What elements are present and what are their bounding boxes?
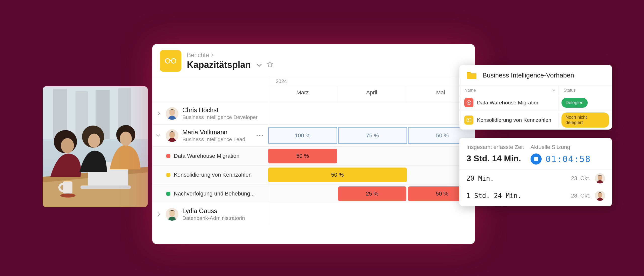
status-badge: Noch nicht delegiert	[561, 112, 609, 128]
task-color-chip	[166, 154, 170, 158]
column-header-name[interactable]: Name	[459, 86, 558, 95]
entry-date: 28. Okt.	[571, 192, 590, 199]
task-name[interactable]: Nachverfolgung und Behebung...	[174, 190, 255, 197]
month-header: April	[337, 86, 406, 102]
dashboard-icon	[464, 98, 473, 107]
task-row: Data Warehouse Migration 50 %	[152, 146, 475, 165]
stop-icon	[534, 157, 538, 161]
avatar	[595, 191, 605, 201]
chevron-right-icon	[156, 111, 160, 115]
table-row[interactable]: Konsolidierung von Kennzahlen Noch nicht…	[459, 110, 612, 130]
svg-point-31	[598, 175, 602, 180]
svg-point-29	[468, 119, 469, 120]
svg-point-12	[60, 193, 75, 198]
entry-duration: 20 Min.	[466, 175, 567, 182]
bi-card-title: Business Intelligence-Vorhaben	[482, 71, 574, 79]
task-bar[interactable]: 50 %	[268, 168, 407, 182]
avatar	[166, 208, 178, 221]
allocation-block[interactable]: 100 %	[268, 127, 337, 144]
chevron-down-icon	[257, 62, 262, 67]
person-name: Maria Volkmann	[182, 129, 251, 136]
expand-toggle[interactable]	[154, 110, 162, 117]
avatar	[166, 107, 178, 120]
svg-point-22	[169, 109, 175, 116]
person-card-icon	[464, 115, 473, 125]
svg-point-20	[171, 59, 176, 63]
session-label: Aktuelle Sitzung	[531, 144, 591, 150]
task-name[interactable]: Konsolidierung von Kennzahlen	[174, 172, 252, 178]
svg-point-26	[169, 210, 175, 217]
capacity-plan-card: Berichte Kapazitätsplan 2024 MärzAprilMa…	[152, 44, 475, 244]
avatar	[166, 129, 178, 142]
entry-date: 23. Okt.	[571, 175, 590, 182]
expand-toggle[interactable]	[154, 211, 162, 218]
table-row[interactable]: Data Warehouse Migration Delegiert	[459, 95, 612, 110]
allocation-track	[268, 102, 475, 124]
svg-point-24	[169, 132, 175, 138]
status-badge: Delegiert	[561, 98, 588, 108]
time-tracking-card: Insgesamt erfasste Zeit 3 Std. 14 Min. A…	[459, 138, 612, 206]
task-bar[interactable]: 50 %	[268, 149, 337, 163]
allocation-track: 100 %75 %50 %	[268, 125, 475, 146]
task-bar[interactable]: 25 %	[338, 186, 406, 201]
svg-point-14	[61, 138, 74, 153]
expand-toggle[interactable]	[154, 132, 162, 139]
person-name: Chris Höchst	[182, 106, 264, 114]
initiative-name: Data Warehouse Migration	[477, 100, 540, 106]
chevron-right-icon	[156, 212, 160, 216]
svg-point-19	[165, 59, 170, 63]
time-entry[interactable]: 1 Std. 24 Min. 28. Okt.	[459, 187, 612, 204]
svg-point-18	[120, 132, 132, 146]
avatar	[595, 173, 605, 183]
plan-glasses-icon	[160, 50, 181, 72]
stop-timer-button[interactable]	[531, 153, 542, 165]
allocation-block[interactable]: 75 %	[338, 127, 407, 144]
chevron-down-icon	[552, 88, 555, 91]
month-header: März	[268, 86, 337, 102]
task-color-chip	[166, 173, 170, 177]
bi-initiatives-card: Business Intelligence-Vorhaben Name Stat…	[459, 65, 612, 130]
svg-point-16	[88, 134, 100, 148]
page-title: Kapazitätsplan	[187, 60, 251, 70]
hero-photo	[43, 86, 148, 207]
allocation-track	[268, 203, 475, 225]
title-dropdown[interactable]	[255, 61, 262, 69]
folder-icon	[465, 69, 478, 82]
person-role: Business Intelligence Lead	[182, 136, 251, 142]
session-time-value: 01:04:58	[546, 154, 591, 164]
total-time-label: Insgesamt erfasste Zeit	[466, 144, 524, 150]
person-role: Business Intelligence Developer	[182, 114, 264, 120]
breadcrumb-label: Berichte	[187, 52, 209, 59]
entry-duration: 1 Std. 24 Min.	[466, 192, 567, 200]
chevron-right-icon	[210, 53, 214, 57]
favorite-button[interactable]	[266, 61, 273, 69]
time-entry[interactable]: 20 Min. 23. Okt.	[459, 170, 612, 187]
more-menu[interactable]	[255, 133, 264, 138]
initiative-name: Konsolidierung von Kennzahlen	[477, 117, 551, 123]
person-row: Maria Volkmann Business Intelligence Lea…	[152, 124, 475, 146]
task-row: Nachverfolgung und Behebung... 25 %50 %	[152, 184, 475, 203]
timeline-year: 2024	[268, 77, 475, 86]
person-role: Datenbank-Administratorin	[182, 215, 264, 221]
total-time-value: 3 Std. 14 Min.	[466, 153, 524, 163]
svg-rect-9	[80, 185, 131, 189]
svg-point-33	[598, 192, 602, 198]
task-row: Konsolidierung von Kennzahlen 50 %	[152, 165, 475, 184]
person-name: Lydia Gauss	[182, 207, 264, 215]
breadcrumb[interactable]: Berichte	[187, 52, 467, 59]
person-row: Lydia Gauss Datenbank-Administratorin	[152, 203, 475, 225]
person-row: Chris Höchst Business Intelligence Devel…	[152, 102, 475, 124]
task-color-chip	[166, 192, 170, 196]
chevron-down-icon	[156, 133, 160, 137]
column-header-status[interactable]: Status	[558, 86, 612, 95]
task-name[interactable]: Data Warehouse Migration	[174, 153, 239, 159]
